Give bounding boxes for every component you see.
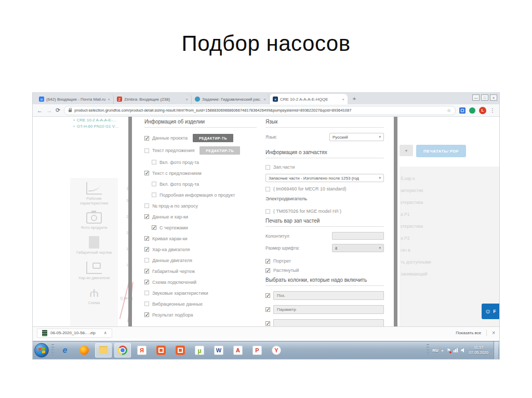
checkbox[interactable]: ✓ [144, 214, 149, 219]
column-name-input[interactable]: Поз. [273, 291, 384, 300]
downloaded-file-chip[interactable]: 06-05-2020_10-56-…zip ∧ [37, 328, 112, 338]
checkbox[interactable] [152, 160, 156, 164]
tab-close-icon[interactable]: × [185, 97, 188, 102]
feedback-button[interactable]: ☺ F [482, 304, 499, 319]
action-center-flag-icon[interactable]: ⚑ [446, 348, 450, 353]
new-tab-button[interactable]: + [350, 95, 359, 103]
reload-icon[interactable]: ⟳ [56, 107, 60, 114]
back-icon[interactable]: ← [37, 107, 43, 114]
language-indicator[interactable]: RU [432, 348, 438, 353]
url-text[interactable]: product-selection.grundfos.com/product-d… [74, 108, 444, 113]
taskbar-ie-icon[interactable]: e [57, 343, 73, 358]
browser-tab[interactable]: (642) Входящие - Почта Mail.ru × [36, 94, 114, 104]
checkbox[interactable] [144, 291, 149, 295]
language-select[interactable]: Русский ▾ [329, 133, 384, 141]
spares-select[interactable]: Запасные части - Изготовлено после 1253 … [265, 174, 384, 182]
start-button[interactable] [34, 343, 49, 358]
tab-close-icon[interactable]: × [342, 97, 344, 102]
column-checkbox[interactable]: ✓ [265, 307, 270, 312]
font-size-select[interactable]: 8 ▾ [332, 244, 384, 252]
window-control-button[interactable]: — [472, 94, 480, 101]
taskbar-app-orange2-icon[interactable] [172, 343, 189, 358]
checkbox[interactable] [152, 182, 156, 186]
checkbox[interactable] [152, 193, 156, 197]
show-desktop-button[interactable] [494, 341, 498, 360]
tree-item[interactable]: › CRE 10-2 A-A-A-E-… [73, 118, 119, 122]
tm069460-checkbox[interactable] [265, 187, 270, 191]
print-options-button[interactable]: ▾ [400, 145, 413, 156]
taskbar-ybrowser-icon[interactable]: Y [268, 343, 285, 358]
browser-tab[interactable]: Задание: Гидравлический рас… × [192, 94, 270, 104]
address-bar[interactable]: product-selection.grundfos.com/product-d… [64, 106, 456, 115]
portrait-checkbox[interactable]: ✓ [265, 259, 270, 264]
edit-button[interactable]: РЕДАКТИР-ТЬ [200, 146, 240, 155]
sidebar-motor-curves[interactable]: Хар-ки двигателя [70, 262, 118, 280]
sidebar-product-photo[interactable]: Фото продукта [70, 212, 118, 230]
browser-menu-icon[interactable]: ⋮ [490, 107, 495, 113]
tab-close-icon[interactable]: × [263, 97, 266, 102]
column-name-input[interactable]: Параметр [273, 305, 384, 314]
checkbox[interactable]: ✓ [144, 236, 149, 241]
tree-item[interactable]: › GT-H-60 PN10 G1 V… [73, 124, 119, 129]
extension-icon[interactable] [459, 107, 466, 114]
header-footer-input[interactable] [332, 232, 384, 240]
print-option-row: Вкл. фото прод-та [152, 159, 257, 166]
checkbox[interactable]: ✓ [152, 225, 156, 230]
profile-avatar[interactable]: L [479, 107, 486, 114]
taskbar-chrome-icon[interactable] [114, 343, 131, 358]
page-scrollbar[interactable] [128, 117, 132, 326]
column-checkbox[interactable]: ✓ [265, 293, 270, 298]
checkbox[interactable]: ✓ [144, 136, 149, 141]
show-all-downloads-link[interactable]: Показать все [456, 331, 481, 335]
spares-checkbox[interactable] [265, 165, 270, 170]
desktop-screenshot: (642) Входящие - Почта Mail.ru × Zimbra:… [32, 92, 500, 360]
browser-tab[interactable]: CRE 10-2 A-A-A-E-HQQE × [270, 94, 348, 104]
window-control-button[interactable]: × [490, 94, 497, 101]
checkbox[interactable]: ✓ [144, 247, 149, 252]
dialog-scrollbar[interactable] [394, 117, 397, 326]
chevron-up-icon[interactable]: ∧ [104, 331, 107, 335]
window-controls: —□× [472, 94, 497, 101]
stretched-checkbox[interactable]: ✓ [265, 268, 270, 273]
checkbox[interactable] [144, 258, 149, 263]
taskbar-word-icon[interactable]: W [210, 343, 227, 358]
taskbar-clock[interactable]: 11:17 07.05.2020 [469, 345, 488, 355]
column-row: ✓ [265, 319, 384, 326]
forward-icon[interactable]: → [46, 107, 52, 114]
edit-button[interactable]: РЕДАКТИР-ТЬ [193, 134, 233, 142]
taskbar-powerpoint-icon[interactable]: P [249, 343, 265, 358]
checkbox-label: Вибрационные данные [152, 301, 203, 307]
checkbox[interactable]: ✓ [144, 171, 149, 175]
checkbox[interactable]: ✓ [144, 269, 149, 273]
column-name-input[interactable] [273, 319, 384, 326]
checkbox[interactable] [144, 301, 149, 306]
taskbar-firefox-icon[interactable] [76, 343, 92, 358]
tm057026-checkbox[interactable] [265, 209, 270, 214]
print-option-row: ✓ С чертежами [152, 224, 257, 231]
column-checkbox[interactable]: ✓ [265, 321, 270, 326]
browser-tab[interactable]: Zimbra: Входящие (238) × [114, 94, 192, 104]
checkbox[interactable]: ✓ [144, 312, 149, 317]
extension-icon[interactable] [469, 107, 475, 114]
sidebar-dimensional-drawing[interactable]: Габаритный чертеж [70, 236, 118, 255]
sidebar-wiring-diagram[interactable]: Схема [70, 286, 118, 305]
volume-icon[interactable] [461, 348, 466, 353]
taskbar-app-orange1-icon[interactable] [153, 343, 169, 358]
print-actions: ▾ ПЕЧАТАТЬ/ PDF [400, 145, 466, 157]
window-control-button[interactable]: □ [481, 94, 488, 101]
taskbar-acrobat-icon[interactable]: A [230, 343, 246, 358]
tab-close-icon[interactable]: × [108, 97, 110, 102]
network-signal-icon[interactable] [454, 348, 458, 352]
checkbox[interactable]: ✓ [144, 280, 149, 284]
bookmark-star-icon[interactable]: ☆ [447, 108, 451, 113]
checkbox[interactable] [144, 148, 149, 153]
sidebar-item-label: Габаритный чертеж [73, 250, 115, 255]
taskbar-yandex-icon[interactable]: Я [134, 343, 150, 358]
hidden-icons-arrow[interactable]: ▴ [442, 348, 444, 352]
print-pdf-button[interactable]: ПЕЧАТАТЬ/ PDF [416, 145, 466, 157]
close-downloads-icon[interactable]: × [492, 330, 495, 336]
taskbar-explorer-icon[interactable] [95, 343, 112, 358]
checkbox[interactable] [144, 203, 149, 208]
taskbar-utorrent-icon[interactable]: µ [191, 343, 208, 358]
sidebar-performance-curves[interactable]: Рабочие характеристики [70, 182, 118, 206]
